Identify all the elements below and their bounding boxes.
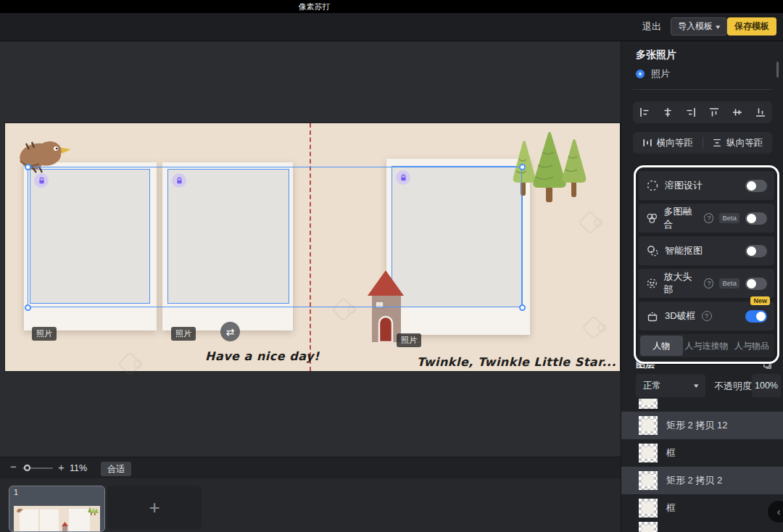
selection-handle-bottom-left[interactable] <box>25 304 31 311</box>
align-center-vertical-icon[interactable] <box>732 107 743 118</box>
swap-photo-button[interactable]: ⇄ <box>220 322 240 341</box>
distribute-vertical-icon <box>712 138 722 148</box>
layer-row[interactable]: 矩形 2 拷贝 2 <box>621 467 783 494</box>
blend-design-icon <box>646 179 659 192</box>
page-thumbnail-1[interactable]: 1 <box>9 486 105 532</box>
lock-watermark-icon <box>117 352 142 376</box>
tab-person-object[interactable]: 人与物品 <box>731 336 774 356</box>
app-toolbar: 退出 导入模板 ▾ 保存模板 <box>0 13 783 41</box>
layer-row[interactable]: 框 <box>621 439 783 467</box>
distribute-vertical-button[interactable]: 纵向等距 <box>703 132 773 154</box>
blend-mode-select[interactable]: 正常 ▾ <box>636 374 705 397</box>
tab-person-connector[interactable]: 人与连接物 <box>685 336 729 356</box>
plus-icon: + <box>149 496 160 519</box>
layer-thumbnail <box>639 471 658 490</box>
save-template-button[interactable]: 保存模板 <box>727 17 776 36</box>
zoom-level: 11% <box>70 463 87 473</box>
multi-image-fusion-icon <box>646 212 658 225</box>
help-icon[interactable]: ? <box>702 311 712 321</box>
align-center-horizontal-icon[interactable] <box>662 107 674 118</box>
breakout-mode-tabs: 人物 人与连接物 人与物品 <box>639 334 774 357</box>
workspace: 照片 照片 照片 ⇄ Have a nice day! Twinkle, Twi… <box>0 41 621 532</box>
feature-row-enlarge-head[interactable]: 放大头部 ? Beta <box>639 269 774 298</box>
align-bottom-icon[interactable] <box>755 107 766 118</box>
layer-thumbnail <box>639 416 658 435</box>
selection-handle-bottom-right[interactable] <box>519 304 526 311</box>
window-titlebar: 像素苏打 <box>0 0 783 13</box>
lock-watermark-icon <box>578 210 602 235</box>
photo-chip-3: 照片 <box>397 333 421 347</box>
chevron-down-icon: ▾ <box>716 23 720 30</box>
distribute-horizontal-button[interactable]: 横向等距 <box>633 132 703 154</box>
selection-handle-top-right[interactable] <box>519 164 526 170</box>
align-right-icon[interactable] <box>685 107 697 118</box>
zoom-in-icon[interactable]: + <box>58 461 65 473</box>
pages-panel: 1 + <box>0 478 621 532</box>
beta-badge: Beta <box>719 213 740 223</box>
layer-thumbnail <box>639 444 658 462</box>
feature-row-blend-design[interactable]: 溶图设计 <box>639 171 774 200</box>
zoom-bar: − + 11% 合适 <box>0 457 621 478</box>
fit-button[interactable]: 合适 <box>101 462 131 476</box>
beta-badge: Beta <box>719 278 740 288</box>
radio-selected-icon <box>636 70 645 78</box>
lock-watermark-icon <box>581 315 606 340</box>
app-window: 像素苏打 退出 导入模板 ▾ 保存模板 <box>0 0 783 532</box>
selection-bounding-box[interactable] <box>28 167 522 307</box>
3d-breakout-icon <box>646 309 659 323</box>
right-sidebar: 多张照片 照片 横向等距 纵向等距 <box>621 41 783 532</box>
import-template-button[interactable]: 导入模板 ▾ <box>671 17 727 36</box>
opacity-label: 不透明度 <box>714 380 752 393</box>
help-icon[interactable]: ? <box>704 213 713 223</box>
toggle-multi-fuse[interactable] <box>745 212 767 225</box>
lock-badge-icon <box>172 173 186 188</box>
feature-row-multi-fuse[interactable]: 多图融合 ? Beta <box>639 204 774 233</box>
layer-row[interactable]: 框 <box>621 494 783 522</box>
toggle-3d-breakout[interactable] <box>745 310 767 323</box>
feature-panel: 溶图设计 多图融合 ? Beta 智能抠图 放大头部 ? Beta <box>634 165 779 364</box>
tab-person[interactable]: 人物 <box>640 336 683 356</box>
divider <box>633 89 772 90</box>
photo-radio-row[interactable]: 照片 <box>636 67 670 80</box>
feature-row-3d-breakout[interactable]: New 3D破框 ? <box>639 302 774 331</box>
zoom-slider-knob[interactable] <box>24 465 30 471</box>
alignment-toolbar <box>633 101 772 123</box>
toggle-enlarge-head[interactable] <box>745 278 767 290</box>
layer-thumbnail-partial[interactable] <box>639 522 658 532</box>
enlarge-head-icon <box>646 277 658 290</box>
scrollbar-thumb[interactable] <box>776 62 779 78</box>
zoom-out-icon[interactable]: − <box>10 460 17 473</box>
smart-cutout-icon <box>646 244 659 257</box>
toggle-smart-cutout[interactable] <box>745 245 767 257</box>
design-canvas[interactable]: 照片 照片 照片 ⇄ Have a nice day! Twinkle, Twi… <box>5 123 620 371</box>
align-left-icon[interactable] <box>639 107 650 118</box>
photo-chip-2: 照片 <box>171 327 196 341</box>
lock-badge-icon <box>396 170 410 185</box>
add-page-button[interactable]: + <box>107 486 202 529</box>
help-icon[interactable]: ? <box>704 278 713 288</box>
lock-badge-icon <box>34 173 49 188</box>
swap-arrows-icon: ⇄ <box>226 326 235 338</box>
chevron-left-icon: ‹ <box>777 506 781 518</box>
layer-row[interactable]: 矩形 2 拷贝 12 <box>621 412 783 439</box>
chevron-down-icon: ▾ <box>695 382 699 389</box>
page-number: 1 <box>14 488 18 496</box>
opacity-value[interactable]: 100% <box>752 374 781 397</box>
new-badge: New <box>750 296 770 305</box>
distribute-horizontal-icon <box>642 138 652 148</box>
window-title: 像素苏打 <box>299 2 331 11</box>
radio-label: 照片 <box>651 67 670 80</box>
page-preview <box>14 506 100 532</box>
layer-thumbnail <box>639 499 658 518</box>
distribute-bar: 横向等距 纵向等距 <box>633 132 772 154</box>
photo-chip-1: 照片 <box>32 327 57 341</box>
align-top-icon[interactable] <box>708 107 720 118</box>
feature-row-smart-cutout[interactable]: 智能抠图 <box>639 236 774 265</box>
caption-twinkle: Twinkle, Twinkle Little Star... <box>417 355 616 369</box>
selection-handle-top-left[interactable] <box>25 164 31 170</box>
toggle-blend-design[interactable] <box>745 180 767 192</box>
exit-button[interactable]: 退出 <box>642 17 661 36</box>
panel-title: 多张照片 <box>636 49 676 62</box>
caption-have-a-nice-day: Have a nice day! <box>205 349 320 363</box>
layer-thumbnail-partial[interactable] <box>639 399 658 409</box>
